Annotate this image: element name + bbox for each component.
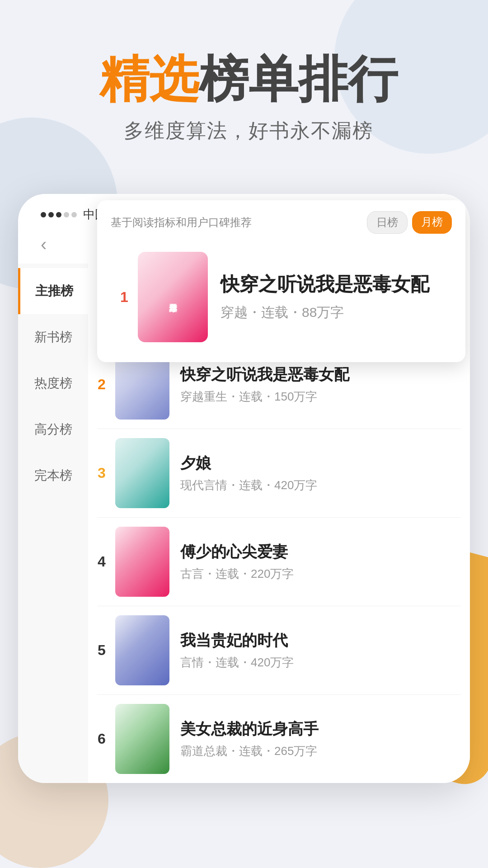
book-cover-5 <box>115 615 169 685</box>
book-meta-3: 现代言情・连载・420万字 <box>180 477 461 493</box>
rank-number-1: 1 <box>111 289 138 306</box>
book-item-3[interactable]: 3 夕娘 现代言情・连载・420万字 <box>88 429 470 517</box>
sidebar-item-main[interactable]: 主推榜 <box>18 268 88 314</box>
book-title-1: 快穿之听说我是恶毒女配 <box>221 272 443 297</box>
sidebar-item-highscore[interactable]: 高分榜 <box>18 406 88 453</box>
sidebar: 主推榜 新书榜 热度榜 高分榜 完本榜 <box>18 264 88 783</box>
hero-section: 精选 榜单排行 多维度算法，好书永不漏榜 <box>0 0 488 171</box>
signal-dot-3 <box>56 212 61 217</box>
book-list: 2 快穿之听说我是恶毒女配 穿越重生・连载・150万字 3 <box>88 336 470 783</box>
book-item-6[interactable]: 6 美女总裁的近身高手 霸道总裁・连载・265万字 <box>88 695 470 783</box>
book-cover-4 <box>115 527 169 597</box>
book-title-5: 我当贵妃的时代 <box>180 630 461 650</box>
book-meta-4: 古言・连载・220万字 <box>180 566 461 582</box>
rank-number-2: 2 <box>88 376 115 393</box>
hero-subtitle: 多维度算法，好书永不漏榜 <box>36 118 461 144</box>
book-meta-1: 穿越・连载・88万字 <box>221 303 443 322</box>
signal-dot-2 <box>48 212 54 217</box>
phone-mockup: 中国移动 ▲ 9:00 AM 75% ‹ ○ 主推榜 新书榜 热度榜 <box>18 194 470 783</box>
rank-number-3: 3 <box>88 465 115 481</box>
book-title-2: 快穿之听说我是恶毒女配 <box>180 364 461 384</box>
book-info-2: 快穿之听说我是恶毒女配 穿越重生・连载・150万字 <box>180 364 461 405</box>
tooltip-description: 基于阅读指标和用户口碑推荐 <box>111 215 252 230</box>
hero-title-orange: 精选 <box>99 54 199 104</box>
tooltip-header: 基于阅读指标和用户口碑推荐 日榜 月榜 <box>111 211 452 234</box>
book-cover-6 <box>115 704 169 774</box>
book-info-5: 我当贵妃的时代 言情・连载・420万字 <box>180 630 461 670</box>
phone-content: 主推榜 新书榜 热度榜 高分榜 完本榜 基于阅读指标和用户口碑推荐 <box>18 264 470 783</box>
hero-title-dark: 榜单排行 <box>199 54 398 104</box>
tab-day[interactable]: 日榜 <box>367 211 408 234</box>
book-cover-3 <box>115 438 169 508</box>
rank-number-5: 5 <box>88 642 115 659</box>
book-title-4: 傅少的心尖爱妻 <box>180 542 461 561</box>
sidebar-item-new[interactable]: 新书榜 <box>18 314 88 360</box>
tooltip-tabs: 日榜 月榜 <box>367 211 452 234</box>
book-cover-1: 穿越恶毒 <box>138 252 208 342</box>
book-item-4[interactable]: 4 傅少的心尖爱妻 古言・连载・220万字 <box>88 518 470 606</box>
book-info-3: 夕娘 现代言情・连载・420万字 <box>180 453 461 493</box>
book-meta-6: 霸道总裁・连载・265万字 <box>180 743 461 759</box>
book-title-6: 美女总裁的近身高手 <box>180 719 461 739</box>
book-info-4: 傅少的心尖爱妻 古言・连载・220万字 <box>180 542 461 582</box>
back-icon[interactable]: ‹ <box>41 234 47 255</box>
tooltip-popup: 基于阅读指标和用户口碑推荐 日榜 月榜 1 穿越恶毒 快穿之听 <box>97 200 465 362</box>
cover-text-1: 穿越恶毒 <box>166 295 180 299</box>
rank-number-6: 6 <box>88 731 115 747</box>
hero-title: 精选 榜单排行 <box>36 54 461 104</box>
sidebar-item-complete[interactable]: 完本榜 <box>18 453 88 499</box>
sidebar-item-hot[interactable]: 热度榜 <box>18 360 88 406</box>
signal-dots <box>41 212 77 217</box>
signal-dot-1 <box>41 212 46 217</box>
book-meta-2: 穿越重生・连载・150万字 <box>180 389 461 405</box>
book-info-1: 快穿之听说我是恶毒女配 穿越・连载・88万字 <box>221 272 443 322</box>
rank-number-4: 4 <box>88 553 115 570</box>
signal-dot-4 <box>64 212 69 217</box>
book-item-featured[interactable]: 1 穿越恶毒 快穿之听说我是恶毒女配 穿越・连载・88万字 <box>111 243 452 351</box>
main-area: 基于阅读指标和用户口碑推荐 日榜 月榜 1 穿越恶毒 快穿之听 <box>88 264 470 783</box>
book-meta-5: 言情・连载・420万字 <box>180 655 461 670</box>
book-item-5[interactable]: 5 我当贵妃的时代 言情・连载・420万字 <box>88 606 470 694</box>
signal-dot-5 <box>71 212 77 217</box>
book-info-6: 美女总裁的近身高手 霸道总裁・连载・265万字 <box>180 719 461 759</box>
tab-month[interactable]: 月榜 <box>412 211 452 234</box>
book-title-3: 夕娘 <box>180 453 461 473</box>
